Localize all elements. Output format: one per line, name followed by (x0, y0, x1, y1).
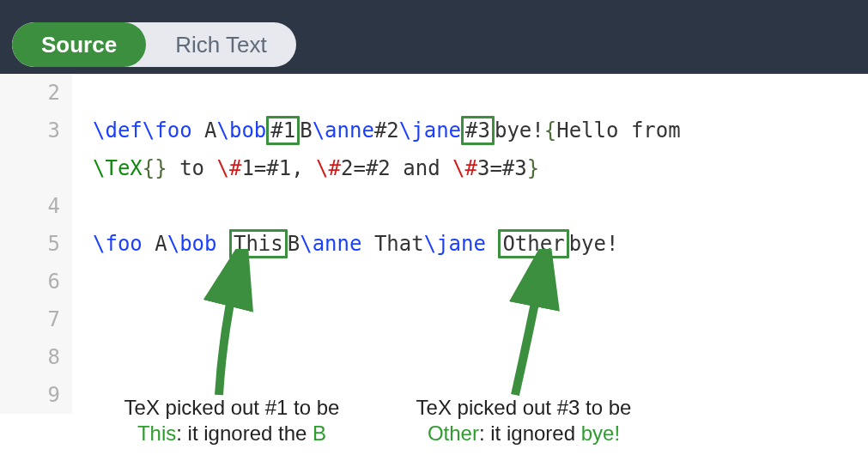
annotation-right: TeX picked out #3 to be Other: it ignore… (395, 395, 653, 446)
code-line (93, 187, 868, 225)
highlight-box: Other (498, 229, 568, 258)
line-number: 7 (0, 300, 60, 338)
line-number: 5 (0, 225, 60, 263)
highlight-box: #1 (266, 116, 300, 145)
code-editor[interactable]: 2 3 4 5 6 7 8 9 \def\foo A\bob#1B\anne#2… (0, 74, 868, 414)
line-number: 4 (0, 187, 60, 225)
code-line: \def\foo A\bob#1B\anne#2\jane#3bye!{Hell… (93, 112, 868, 149)
line-number: 9 (0, 376, 60, 414)
top-bar: Source Rich Text (0, 0, 868, 74)
tab-switcher: Source Rich Text (12, 22, 296, 67)
code-line (93, 263, 868, 300)
line-gutter: 2 3 4 5 6 7 8 9 (0, 74, 72, 414)
highlight-box: This (229, 229, 288, 258)
code-area[interactable]: \def\foo A\bob#1B\anne#2\jane#3bye!{Hell… (72, 74, 868, 414)
tab-rich-text[interactable]: Rich Text (146, 22, 295, 67)
highlight-box: #3 (461, 116, 495, 145)
annotation-left: TeX picked out #1 to be This: it ignored… (103, 395, 361, 446)
code-line (93, 300, 868, 338)
line-number: 3 (0, 112, 60, 149)
line-number (0, 149, 60, 187)
line-number: 6 (0, 263, 60, 300)
code-line: \TeX{} to \#1=#1, \#2=#2 and \#3=#3} (93, 149, 868, 187)
tab-source[interactable]: Source (12, 22, 146, 67)
code-line (93, 338, 868, 376)
line-number: 8 (0, 338, 60, 376)
code-line: \foo A\bob ThisB\anne That\jane Otherbye… (93, 225, 868, 263)
code-line (93, 74, 868, 112)
line-number: 2 (0, 74, 60, 112)
